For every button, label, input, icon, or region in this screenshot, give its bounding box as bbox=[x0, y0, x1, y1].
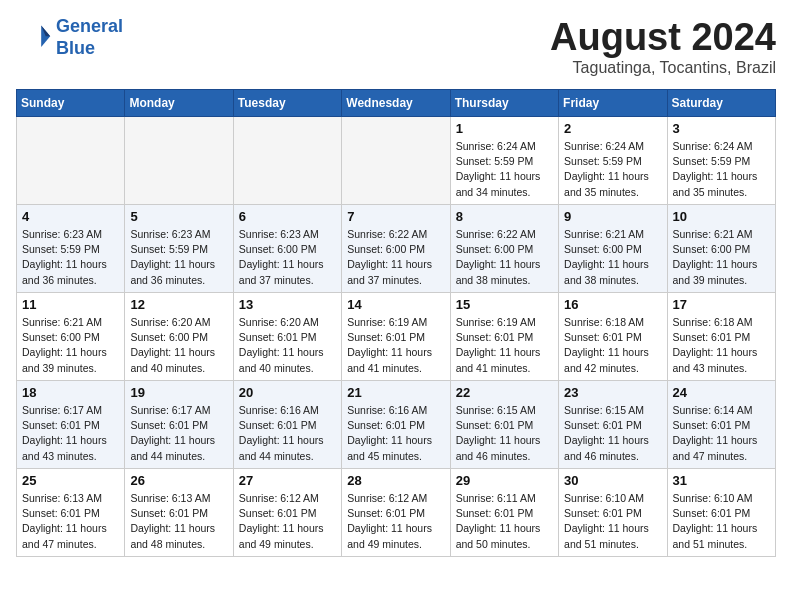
day-info: Sunrise: 6:19 AMSunset: 6:01 PMDaylight:… bbox=[456, 315, 553, 376]
day-number: 5 bbox=[130, 209, 227, 224]
day-cell: 10Sunrise: 6:21 AMSunset: 6:00 PMDayligh… bbox=[667, 205, 775, 293]
day-number: 18 bbox=[22, 385, 119, 400]
day-cell: 15Sunrise: 6:19 AMSunset: 6:01 PMDayligh… bbox=[450, 293, 558, 381]
day-number: 2 bbox=[564, 121, 661, 136]
day-info: Sunrise: 6:22 AMSunset: 6:00 PMDaylight:… bbox=[347, 227, 444, 288]
week-row-2: 4Sunrise: 6:23 AMSunset: 5:59 PMDaylight… bbox=[17, 205, 776, 293]
weekday-header-saturday: Saturday bbox=[667, 90, 775, 117]
day-info: Sunrise: 6:24 AMSunset: 5:59 PMDaylight:… bbox=[564, 139, 661, 200]
day-info: Sunrise: 6:13 AMSunset: 6:01 PMDaylight:… bbox=[22, 491, 119, 552]
day-cell: 16Sunrise: 6:18 AMSunset: 6:01 PMDayligh… bbox=[559, 293, 667, 381]
day-cell: 28Sunrise: 6:12 AMSunset: 6:01 PMDayligh… bbox=[342, 469, 450, 557]
weekday-header-monday: Monday bbox=[125, 90, 233, 117]
day-info: Sunrise: 6:23 AMSunset: 5:59 PMDaylight:… bbox=[130, 227, 227, 288]
day-cell bbox=[125, 117, 233, 205]
day-info: Sunrise: 6:21 AMSunset: 6:00 PMDaylight:… bbox=[22, 315, 119, 376]
day-number: 1 bbox=[456, 121, 553, 136]
day-cell: 9Sunrise: 6:21 AMSunset: 6:00 PMDaylight… bbox=[559, 205, 667, 293]
day-cell: 24Sunrise: 6:14 AMSunset: 6:01 PMDayligh… bbox=[667, 381, 775, 469]
day-cell: 17Sunrise: 6:18 AMSunset: 6:01 PMDayligh… bbox=[667, 293, 775, 381]
day-info: Sunrise: 6:12 AMSunset: 6:01 PMDaylight:… bbox=[347, 491, 444, 552]
day-cell: 5Sunrise: 6:23 AMSunset: 5:59 PMDaylight… bbox=[125, 205, 233, 293]
day-info: Sunrise: 6:23 AMSunset: 6:00 PMDaylight:… bbox=[239, 227, 336, 288]
day-number: 15 bbox=[456, 297, 553, 312]
location-title: Taguatinga, Tocantins, Brazil bbox=[550, 59, 776, 77]
title-block: August 2024 Taguatinga, Tocantins, Brazi… bbox=[550, 16, 776, 77]
day-number: 25 bbox=[22, 473, 119, 488]
day-number: 23 bbox=[564, 385, 661, 400]
day-number: 20 bbox=[239, 385, 336, 400]
day-cell: 12Sunrise: 6:20 AMSunset: 6:00 PMDayligh… bbox=[125, 293, 233, 381]
day-number: 29 bbox=[456, 473, 553, 488]
weekday-header-tuesday: Tuesday bbox=[233, 90, 341, 117]
day-number: 12 bbox=[130, 297, 227, 312]
day-number: 13 bbox=[239, 297, 336, 312]
day-number: 22 bbox=[456, 385, 553, 400]
day-info: Sunrise: 6:14 AMSunset: 6:01 PMDaylight:… bbox=[673, 403, 770, 464]
day-cell: 25Sunrise: 6:13 AMSunset: 6:01 PMDayligh… bbox=[17, 469, 125, 557]
day-cell: 4Sunrise: 6:23 AMSunset: 5:59 PMDaylight… bbox=[17, 205, 125, 293]
day-info: Sunrise: 6:23 AMSunset: 5:59 PMDaylight:… bbox=[22, 227, 119, 288]
day-cell: 2Sunrise: 6:24 AMSunset: 5:59 PMDaylight… bbox=[559, 117, 667, 205]
day-cell bbox=[17, 117, 125, 205]
day-number: 21 bbox=[347, 385, 444, 400]
day-info: Sunrise: 6:10 AMSunset: 6:01 PMDaylight:… bbox=[673, 491, 770, 552]
day-number: 27 bbox=[239, 473, 336, 488]
day-cell: 27Sunrise: 6:12 AMSunset: 6:01 PMDayligh… bbox=[233, 469, 341, 557]
day-info: Sunrise: 6:17 AMSunset: 6:01 PMDaylight:… bbox=[22, 403, 119, 464]
day-cell: 21Sunrise: 6:16 AMSunset: 6:01 PMDayligh… bbox=[342, 381, 450, 469]
day-number: 4 bbox=[22, 209, 119, 224]
day-number: 30 bbox=[564, 473, 661, 488]
day-cell: 20Sunrise: 6:16 AMSunset: 6:01 PMDayligh… bbox=[233, 381, 341, 469]
day-cell: 7Sunrise: 6:22 AMSunset: 6:00 PMDaylight… bbox=[342, 205, 450, 293]
weekday-header-wednesday: Wednesday bbox=[342, 90, 450, 117]
day-cell: 31Sunrise: 6:10 AMSunset: 6:01 PMDayligh… bbox=[667, 469, 775, 557]
day-cell: 19Sunrise: 6:17 AMSunset: 6:01 PMDayligh… bbox=[125, 381, 233, 469]
day-cell bbox=[233, 117, 341, 205]
day-info: Sunrise: 6:10 AMSunset: 6:01 PMDaylight:… bbox=[564, 491, 661, 552]
day-number: 3 bbox=[673, 121, 770, 136]
day-cell: 13Sunrise: 6:20 AMSunset: 6:01 PMDayligh… bbox=[233, 293, 341, 381]
day-cell: 22Sunrise: 6:15 AMSunset: 6:01 PMDayligh… bbox=[450, 381, 558, 469]
week-row-3: 11Sunrise: 6:21 AMSunset: 6:00 PMDayligh… bbox=[17, 293, 776, 381]
day-info: Sunrise: 6:12 AMSunset: 6:01 PMDaylight:… bbox=[239, 491, 336, 552]
day-cell: 14Sunrise: 6:19 AMSunset: 6:01 PMDayligh… bbox=[342, 293, 450, 381]
day-number: 14 bbox=[347, 297, 444, 312]
day-info: Sunrise: 6:24 AMSunset: 5:59 PMDaylight:… bbox=[673, 139, 770, 200]
day-number: 10 bbox=[673, 209, 770, 224]
day-number: 16 bbox=[564, 297, 661, 312]
day-cell: 26Sunrise: 6:13 AMSunset: 6:01 PMDayligh… bbox=[125, 469, 233, 557]
logo: General Blue bbox=[16, 16, 123, 59]
day-info: Sunrise: 6:18 AMSunset: 6:01 PMDaylight:… bbox=[564, 315, 661, 376]
page-header: General Blue August 2024 Taguatinga, Toc… bbox=[16, 16, 776, 77]
day-info: Sunrise: 6:17 AMSunset: 6:01 PMDaylight:… bbox=[130, 403, 227, 464]
month-title: August 2024 bbox=[550, 16, 776, 59]
day-number: 6 bbox=[239, 209, 336, 224]
day-cell: 11Sunrise: 6:21 AMSunset: 6:00 PMDayligh… bbox=[17, 293, 125, 381]
day-info: Sunrise: 6:19 AMSunset: 6:01 PMDaylight:… bbox=[347, 315, 444, 376]
week-row-1: 1Sunrise: 6:24 AMSunset: 5:59 PMDaylight… bbox=[17, 117, 776, 205]
day-number: 28 bbox=[347, 473, 444, 488]
day-info: Sunrise: 6:20 AMSunset: 6:00 PMDaylight:… bbox=[130, 315, 227, 376]
day-cell: 6Sunrise: 6:23 AMSunset: 6:00 PMDaylight… bbox=[233, 205, 341, 293]
logo-icon bbox=[16, 20, 52, 56]
day-number: 17 bbox=[673, 297, 770, 312]
day-info: Sunrise: 6:21 AMSunset: 6:00 PMDaylight:… bbox=[564, 227, 661, 288]
day-number: 26 bbox=[130, 473, 227, 488]
day-cell: 8Sunrise: 6:22 AMSunset: 6:00 PMDaylight… bbox=[450, 205, 558, 293]
weekday-header-friday: Friday bbox=[559, 90, 667, 117]
day-cell: 18Sunrise: 6:17 AMSunset: 6:01 PMDayligh… bbox=[17, 381, 125, 469]
day-info: Sunrise: 6:18 AMSunset: 6:01 PMDaylight:… bbox=[673, 315, 770, 376]
logo-line1: General bbox=[56, 16, 123, 36]
day-number: 8 bbox=[456, 209, 553, 224]
day-info: Sunrise: 6:13 AMSunset: 6:01 PMDaylight:… bbox=[130, 491, 227, 552]
day-info: Sunrise: 6:15 AMSunset: 6:01 PMDaylight:… bbox=[456, 403, 553, 464]
day-cell: 30Sunrise: 6:10 AMSunset: 6:01 PMDayligh… bbox=[559, 469, 667, 557]
week-row-4: 18Sunrise: 6:17 AMSunset: 6:01 PMDayligh… bbox=[17, 381, 776, 469]
day-cell: 3Sunrise: 6:24 AMSunset: 5:59 PMDaylight… bbox=[667, 117, 775, 205]
day-number: 19 bbox=[130, 385, 227, 400]
day-info: Sunrise: 6:22 AMSunset: 6:00 PMDaylight:… bbox=[456, 227, 553, 288]
day-info: Sunrise: 6:21 AMSunset: 6:00 PMDaylight:… bbox=[673, 227, 770, 288]
weekday-header-sunday: Sunday bbox=[17, 90, 125, 117]
day-cell: 1Sunrise: 6:24 AMSunset: 5:59 PMDaylight… bbox=[450, 117, 558, 205]
